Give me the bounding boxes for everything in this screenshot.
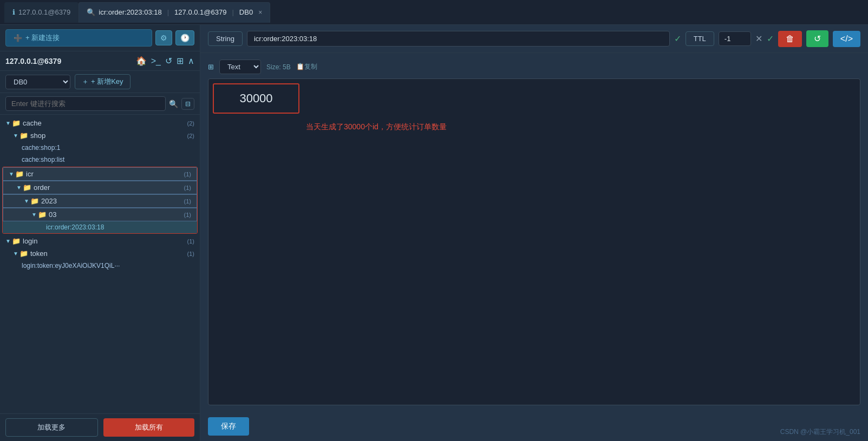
confirm-ttl-icon[interactable]: ✓ [767, 34, 774, 44]
tree-item-cache[interactable]: ▼ 📁 cache (2) [0, 117, 200, 129]
settings-button[interactable]: ⚙ [155, 30, 172, 45]
key-item-cache-shop-1[interactable]: cache:shop:1 [0, 142, 200, 154]
cache-count: (2) [187, 120, 194, 127]
add-key-label: + 新增Key [91, 77, 123, 87]
refresh-icon[interactable]: ↺ [165, 56, 172, 66]
annotation-text: 当天生成了30000个id，方便统计订单数量 [306, 122, 447, 132]
tree-item-2023[interactable]: ▼ 📁 2023 (1) [3, 194, 197, 208]
key-item-login-token[interactable]: login:token:eyJ0eXAiOiJKV1QiL··· [0, 260, 200, 272]
tree-item-shop[interactable]: ▼ 📁 shop (2) [0, 129, 200, 142]
plus-icon: ＋ [82, 77, 89, 87]
tree-item-03[interactable]: ▼ 📁 03 (1) [3, 208, 197, 221]
token-label: token [30, 249, 187, 258]
folder-icon-shop: 📁 [19, 131, 28, 140]
ttl-label: TTL [686, 31, 714, 46]
value-display: 30000 [239, 91, 272, 106]
tree-group-03: ▼ 📁 03 (1) icr:order:2023:03:18 [3, 208, 197, 233]
delete-button[interactable]: 🗑 [778, 31, 802, 47]
expand-arrow-token: ▼ [12, 251, 19, 256]
order-label: order [34, 183, 184, 192]
expand-arrow-order: ▼ [15, 185, 23, 190]
clear-ttl-icon[interactable]: ✕ [755, 34, 762, 44]
expand-arrow-cache: ▼ [4, 120, 12, 126]
tree-group-token: ▼ 📁 token (1) login:token:eyJ0eXAiOiJKV1… [0, 247, 200, 272]
ttl-input[interactable] [719, 31, 751, 46]
copy-button[interactable]: 📋复制 [296, 62, 317, 71]
icr-label: icr [26, 170, 184, 178]
order-count: (1) [184, 185, 191, 191]
tree-item-icr[interactable]: ▼ 📁 icr (1) [3, 167, 197, 181]
value-section: ⊞ Text JSON Hex Size: 5B 📋复制 30000 当天生成了… [200, 53, 868, 412]
tab-separator2: | [232, 8, 233, 16]
clock-icon: 🕐 [180, 34, 190, 42]
tab-close-button[interactable]: × [258, 9, 262, 16]
tab-connection[interactable]: ℹ 127.0.0.1@6379 [4, 2, 79, 23]
connection-name: 127.0.0.1@6379 [5, 57, 61, 65]
plus-icon: ➕ [14, 34, 22, 42]
code-button[interactable]: </> [833, 31, 860, 47]
year-2023-count: (1) [184, 198, 191, 205]
tab-key-label1: icr:order:2023:03:18 [99, 8, 161, 16]
search-input[interactable] [5, 96, 166, 111]
cache-label: cache [23, 119, 187, 127]
key-item-icr-order[interactable]: icr:order:2023:03:18 [3, 221, 197, 233]
connection-icons: 🏠 >_ ↺ ⊞ ∧ [136, 56, 194, 66]
sidebar-header: ➕ + 新建连接 ⚙ 🕐 [0, 25, 200, 51]
trash-icon: 🗑 [786, 34, 794, 43]
tree-container: ▼ 📁 cache (2) ▼ 📁 shop (2) cache:shop:1 [0, 115, 200, 413]
size-badge: Size: 5B [266, 63, 291, 71]
db-select[interactable]: DB0 [5, 75, 70, 89]
tree-group-icr-highlight: ▼ 📁 icr (1) ▼ 📁 order (1) [2, 167, 198, 234]
info-icon: ℹ [12, 8, 15, 16]
expand-arrow-03: ▼ [30, 212, 38, 218]
table-icon: ⊞ [208, 63, 214, 71]
tree-group-2023: ▼ 📁 2023 (1) ▼ 📁 03 ( [3, 194, 197, 233]
key-item-cache-shop-list[interactable]: cache:shop:list [0, 154, 200, 166]
tab-bar: ℹ 127.0.0.1@6379 🔍 icr:order:2023:03:18 … [0, 0, 868, 25]
view-toggle-button[interactable]: ⊟ [181, 98, 194, 110]
folder-icon-03: 📁 [38, 210, 47, 219]
tree-group-shop: ▼ 📁 shop (2) cache:shop:1 cache:shop:lis… [0, 129, 200, 166]
login-count: (1) [187, 238, 194, 245]
expand-icon[interactable]: ∧ [188, 56, 194, 66]
refresh-button[interactable]: ↺ [806, 30, 828, 47]
tree-item-order[interactable]: ▼ 📁 order (1) [3, 181, 197, 194]
expand-arrow-icr: ▼ [8, 171, 15, 177]
refresh-icon: ↺ [814, 34, 821, 43]
terminal-icon[interactable]: >_ [151, 56, 161, 66]
key-input[interactable] [247, 31, 670, 47]
clock-button[interactable]: 🕐 [175, 30, 194, 45]
icr-count: (1) [184, 171, 191, 177]
month-03-label: 03 [49, 210, 184, 219]
folder-icon-2023: 📁 [30, 197, 39, 205]
add-key-button[interactable]: ＋ + 新增Key [75, 74, 130, 89]
tab-separator1: | [167, 8, 169, 16]
new-conn-label: + 新建连接 [25, 33, 60, 43]
home-icon[interactable]: 🏠 [136, 56, 147, 66]
year-2023-label: 2023 [41, 197, 184, 205]
confirm-key-icon[interactable]: ✓ [674, 34, 681, 44]
format-select[interactable]: Text JSON Hex [219, 60, 261, 74]
folder-icon-order: 📁 [23, 183, 31, 192]
token-count: (1) [187, 251, 194, 257]
search-row: 🔍 ⊟ [0, 93, 200, 115]
shop-count: (2) [187, 133, 194, 139]
save-row: 保存 [200, 412, 868, 441]
tree-group-login: ▼ 📁 login (1) ▼ 📁 token (1) login:token:… [0, 235, 200, 272]
load-more-button[interactable]: 加载更多 [5, 418, 98, 437]
tab-key[interactable]: 🔍 icr:order:2023:03:18 | 127.0.0.1@6379 … [79, 2, 270, 23]
value-editor[interactable]: 30000 当天生成了30000个id，方便统计订单数量 [208, 78, 860, 405]
search-button[interactable]: 🔍 [169, 100, 178, 108]
new-connection-button[interactable]: ➕ + 新建连接 [5, 29, 152, 47]
connection-row: 127.0.0.1@6379 🏠 >_ ↺ ⊞ ∧ [0, 51, 200, 71]
grid-icon[interactable]: ⊞ [177, 56, 184, 66]
save-button[interactable]: 保存 [208, 417, 249, 436]
tree-item-token[interactable]: ▼ 📁 token (1) [0, 247, 200, 260]
main-layout: ➕ + 新建连接 ⚙ 🕐 127.0.0.1@6379 🏠 >_ ↺ ⊞ ∧ [0, 25, 868, 441]
shop-label: shop [30, 131, 187, 140]
month-03-count: (1) [184, 212, 191, 218]
login-label: login [23, 237, 187, 245]
tree-item-login[interactable]: ▼ 📁 login (1) [0, 235, 200, 247]
type-badge: String [208, 31, 243, 46]
load-all-button[interactable]: 加载所有 [103, 418, 195, 437]
